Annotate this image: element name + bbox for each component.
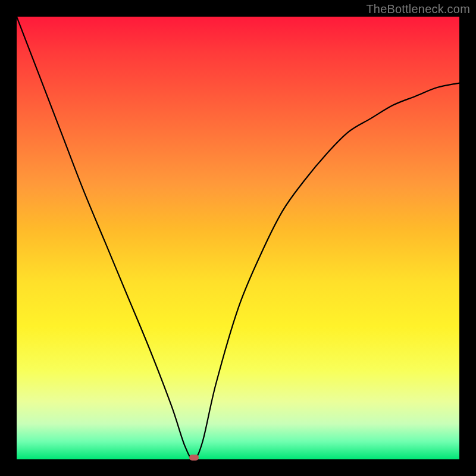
plot-area bbox=[17, 17, 459, 459]
watermark-text: TheBottleneck.com bbox=[366, 2, 470, 16]
curve-layer bbox=[17, 17, 459, 459]
bottleneck-curve bbox=[17, 17, 459, 459]
optimal-point-marker bbox=[189, 455, 199, 461]
chart-stage: TheBottleneck.com bbox=[0, 0, 476, 476]
